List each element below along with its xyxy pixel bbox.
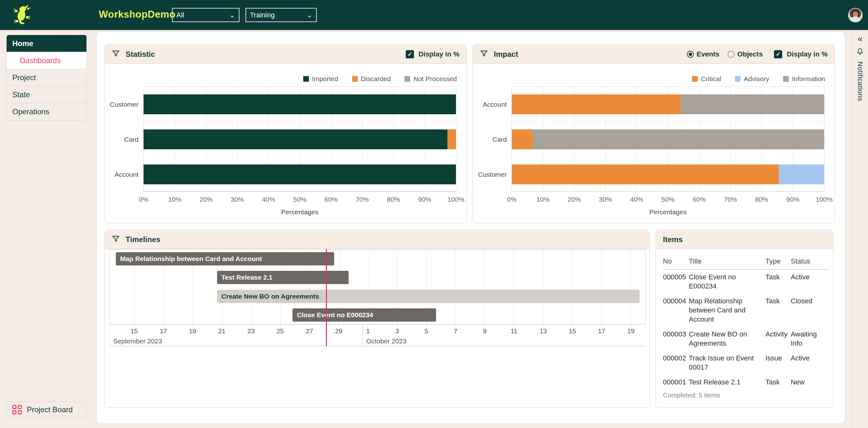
x-tick-label: 50% [293,196,306,203]
environment-select[interactable]: Training [246,8,316,22]
legend-item-information[interactable]: Information [783,75,825,83]
bar-segment-advisory [779,164,824,184]
table-row[interactable]: 000004Map Relationship between Card and … [663,294,829,327]
legend-label: Information [792,75,825,83]
panel-title: Impact [494,50,518,59]
legend-item-not-processed[interactable]: Not Processed [404,75,457,83]
x-tick-label: 80% [755,196,768,203]
impact-panel-header: Impact Events Objects ✓ Display in % [473,45,835,64]
display-in-pct-checkbox[interactable]: ✓ [406,50,414,58]
bar-segment-discarded [447,129,456,149]
item-title: Create New BO on Agreements [689,327,766,351]
filter-funnel-icon[interactable] [480,50,488,59]
day-tick-label: 5 [424,327,428,335]
month-label: October 2023 [364,337,406,345]
legend-item-imported[interactable]: Imported [303,75,338,83]
bar-segment-imported [144,129,447,149]
app-title: WorkshopDemo [99,9,176,20]
x-tick-label: 80% [387,196,400,203]
legend-swatch [692,76,698,82]
x-tick-label: 50% [661,196,675,203]
table-row[interactable]: 000002Track Issue on Event 00017IssueAct… [663,351,829,375]
sidebar-item-project[interactable]: Project [7,69,87,86]
table-row[interactable]: 000001Test Release 2.1TaskNew [663,375,829,390]
notifications-tab[interactable]: Notifications [856,62,864,101]
day-tick-label: 19 [627,327,634,335]
item-type: Issue [766,351,791,375]
legend-item-critical[interactable]: Critical [692,75,721,83]
column-header-type: Type [766,254,791,270]
user-avatar[interactable] [848,8,863,22]
bar-segment-critical [512,94,681,114]
gantt-grid-line [601,249,602,324]
app-logo-gecko-icon[interactable] [13,4,31,26]
item-status: Closed [791,294,829,327]
sidebar-item-state[interactable]: State [7,86,87,103]
sidebar-item-home[interactable]: Home [7,35,87,52]
day-tick-label: 21 [218,327,225,335]
gantt-bar[interactable]: Test Release 2.1 [217,271,349,284]
display-in-pct-checkbox[interactable]: ✓ [774,50,782,58]
x-tick-label: 100% [816,196,833,203]
table-row[interactable]: 000005Close Event no E000234TaskActive [663,270,829,294]
panel-title: Items [663,235,683,244]
items-table: No Title Type Status 000005Close Event n… [663,254,829,390]
project-board-button[interactable]: Project Board [6,401,87,418]
x-tick-label: 40% [262,196,275,203]
collapse-panel-icon[interactable]: « [858,34,863,43]
category-label: Account [104,171,138,178]
item-title: Test Release 2.1 [689,375,766,390]
bar-segment-critical [512,129,533,149]
item-no: 000003 [663,327,689,351]
gantt-grid-line [630,249,631,324]
legend-label: Advisory [744,75,769,83]
x-tick-label: 30% [230,196,244,203]
day-tick-label: 15 [568,327,576,335]
x-tick-label: 0% [139,196,148,203]
gantt-bar[interactable]: Close Event no E000234 [292,308,436,322]
bar-segment-critical [512,164,779,184]
chart-plot-area: AccountCardCustomer0%10%20%30%40%50%60%7… [512,87,825,192]
bar-segment-imported [144,164,456,184]
scope-select[interactable]: All [173,8,239,22]
environment-select-wrap: Training ⌄ [246,8,317,22]
x-tick-label: 90% [786,196,800,203]
item-status: New [791,375,829,390]
sidebar-item-operations[interactable]: Operations [7,103,87,120]
day-tick-label: 29 [335,327,342,335]
legend-swatch [735,76,741,82]
navbar: WorkshopDemo All ⌄ Training ⌄ [0,0,868,30]
x-tick-label: 0% [507,196,517,203]
legend-item-discarded[interactable]: Discarded [352,75,391,83]
x-tick-label: 10% [536,196,550,203]
category-label: Customer [473,171,507,178]
legend-swatch [303,76,309,82]
item-type: Task [766,294,791,327]
radio-dot-icon [727,51,735,58]
item-status: Active [791,351,829,375]
item-title: Track Issue on Event 00017 [689,351,766,375]
filter-funnel-icon[interactable] [112,50,120,59]
items-completed-count: Completed: 5 items [663,391,826,399]
column-header-no: No [663,254,689,270]
timelines-panel: Timelines Map Relationship between Card … [104,230,650,408]
gantt-bar[interactable]: Map Relationship between Card and Accoun… [116,252,335,266]
column-header-title: Title [689,254,766,270]
bell-icon[interactable] [856,48,864,57]
sidebar-item-dashboards[interactable]: Dashboards [7,52,87,69]
table-row[interactable]: 000003Create New BO on AgreementsActivit… [663,327,829,351]
radio-events[interactable]: Events [687,50,719,58]
x-tick-label: 70% [724,196,737,203]
x-tick-label: 20% [199,196,213,203]
column-header-status: Status [791,254,829,270]
gantt-bar[interactable]: Create New BO on Agreements [217,290,640,303]
day-tick-label: 9 [483,327,487,335]
gantt-grid-line [485,249,485,324]
item-title: Close Event no E000234 [689,270,766,294]
legend-item-advisory[interactable]: Advisory [735,75,769,83]
panel-title: Statistic [126,50,155,59]
radio-objects[interactable]: Objects [727,50,763,58]
legend-label: Discarded [361,75,391,83]
item-no: 000004 [663,294,689,327]
filter-funnel-icon[interactable] [112,235,120,244]
